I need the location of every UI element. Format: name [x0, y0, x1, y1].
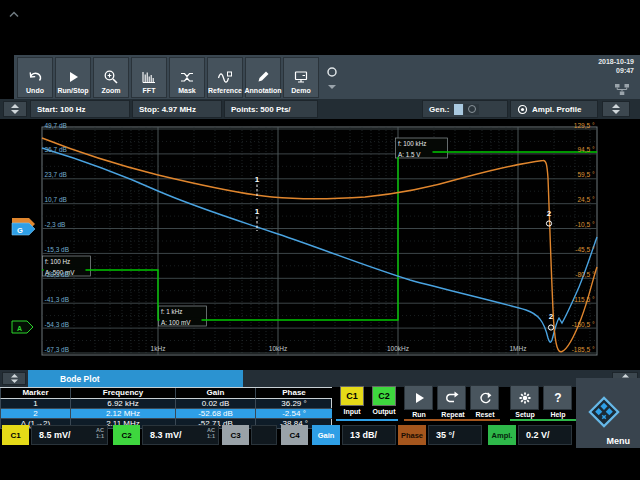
gain-tick-8: -54,3 dB: [45, 321, 70, 328]
freq-tick-1mhz: 1MHz: [510, 345, 527, 352]
freq-tick-100khz: 100kHz: [387, 345, 409, 352]
phase-tick-1: 94,5 °: [577, 146, 594, 153]
reset-button[interactable]: [470, 385, 499, 410]
generator-toggle[interactable]: [454, 104, 479, 115]
menu-button[interactable]: Menu: [584, 392, 630, 448]
phase-scale-badge[interactable]: Phase: [398, 425, 426, 445]
marker-row-1-freq[interactable]: 6.92 kHz: [70, 399, 175, 409]
col-header-marker: Marker: [0, 388, 70, 399]
help-button[interactable]: ?: [543, 385, 572, 410]
phase-tick-2: 59,5 °: [577, 171, 594, 178]
gain-tick-4: -2,3 dB: [45, 221, 66, 228]
points-value: Points: 500 Pts/: [231, 105, 291, 114]
demo-monitor-icon: [293, 69, 309, 85]
gain-axis-handle[interactable]: G: [12, 218, 35, 235]
gain-tick-1: 36,7 dB: [45, 146, 67, 153]
marker-row-2-freq[interactable]: 2.12 MHz: [70, 409, 175, 419]
gain-tick-9: -67,3 dB: [45, 346, 70, 353]
zoom-button[interactable]: Zoom: [93, 57, 129, 98]
phase-tick-6: -80,5 °: [575, 271, 595, 278]
ampl-profile-handle[interactable]: A: [12, 321, 33, 333]
marker-table: Marker Frequency Gain Phase 1 6.92 kHz 0…: [0, 387, 332, 429]
annotation-ampl-2: A: 100 mV: [161, 319, 191, 326]
ampl-scale-box[interactable]: 0.2 V/: [518, 425, 572, 445]
settings-scroll-left[interactable]: [3, 101, 27, 117]
ampl-scale-badge[interactable]: Ampl.: [488, 425, 516, 445]
tabbar-scroll-left[interactable]: [2, 372, 26, 385]
pencil-icon: [255, 69, 271, 85]
toolbar-overflow-button[interactable]: [326, 66, 338, 78]
input-channel-label: C1: [346, 391, 358, 401]
output-channel-label: C2: [378, 391, 390, 401]
channel-c1-badge[interactable]: C1: [2, 425, 29, 445]
gain-tick-7: -41,3 dB: [45, 296, 70, 303]
output-channel-button[interactable]: C2: [372, 386, 396, 406]
fft-label: FFT: [143, 87, 156, 95]
ampl-profile-button[interactable]: Ampl. Profile: [510, 100, 598, 118]
tab-bode-plot[interactable]: Bode Plot: [28, 370, 243, 387]
gain-tick-6: -28,3 dB: [45, 271, 70, 278]
run-icon: [411, 390, 427, 406]
ampl-scale-value: 0.2 V/: [526, 430, 550, 440]
run-stop-label: Run/Stop: [57, 87, 88, 95]
run-button[interactable]: [404, 385, 433, 410]
top-drawer-chevron-icon[interactable]: [8, 11, 20, 18]
gain-tick-2: 23,7 dB: [45, 171, 67, 178]
input-label: Input: [334, 408, 370, 415]
run-stop-button[interactable]: Run/Stop: [55, 57, 91, 98]
channel-c4-badge[interactable]: C4: [281, 425, 308, 445]
c1-coupling: AC1:1: [96, 427, 104, 439]
demo-button[interactable]: Demo: [283, 57, 319, 98]
generator-toggle-field[interactable]: Gen.:: [422, 100, 508, 118]
channel-c1-scale-box[interactable]: 8.5 mV/ AC1:1: [31, 425, 108, 445]
profile-icon: [517, 104, 528, 115]
marker-row-1-phase[interactable]: 36.29 °: [255, 399, 332, 409]
gain-scale-badge[interactable]: Gain: [312, 425, 340, 445]
toolbar: Undo Run/Stop Zoom FFT Mask Reference An…: [17, 57, 319, 98]
demo-label: Demo: [291, 87, 310, 95]
bode-plot-canvas[interactable]: f: 100 Hz A: 500 mV f: 1 kHz A: 100 mV f…: [0, 120, 640, 370]
marker-row-2-phase[interactable]: -2.54 °: [255, 409, 332, 419]
channel-c3-badge[interactable]: C3: [222, 425, 249, 445]
phase-scale-box[interactable]: 35 °/: [428, 425, 482, 445]
mask-button[interactable]: Mask: [169, 57, 205, 98]
undo-button[interactable]: Undo: [17, 57, 53, 98]
repeat-icon: [443, 390, 460, 406]
annotation-label: Annotation: [245, 87, 282, 95]
annotation-freq-2: f: 1 kHz: [161, 308, 182, 315]
reference-button[interactable]: Reference: [207, 57, 243, 98]
reference-label: Reference: [208, 87, 242, 95]
settings-scroll-right[interactable]: [602, 101, 630, 117]
svg-text:2: 2: [547, 209, 552, 218]
toolbar-overflow-caret-icon[interactable]: [327, 84, 337, 90]
run-group-underline: [404, 419, 500, 421]
io-group-underline: [336, 419, 398, 421]
mask-label: Mask: [178, 87, 196, 95]
annotation-button[interactable]: Annotation: [245, 57, 281, 98]
zoom-label: Zoom: [101, 87, 120, 95]
phase-tick-4: -10,5 °: [575, 221, 595, 228]
play-icon: [65, 69, 81, 85]
points-field[interactable]: Points: 500 Pts/: [224, 100, 318, 118]
output-label: Output: [366, 408, 402, 415]
date-label: 2018-10-19: [598, 58, 634, 67]
marker-row-1-id[interactable]: 1: [0, 399, 70, 409]
input-channel-button[interactable]: C1: [340, 386, 364, 406]
channel-c2-badge[interactable]: C2: [113, 425, 140, 445]
repeat-button[interactable]: [437, 385, 466, 410]
start-frequency-value: Start: 100 Hz: [37, 105, 85, 114]
gain-scale-box[interactable]: 13 dB/: [342, 425, 396, 445]
undo-label: Undo: [26, 87, 44, 95]
marker-row-2-gain[interactable]: -52.68 dB: [175, 409, 255, 419]
stop-frequency-field[interactable]: Stop: 4.97 MHz: [132, 100, 222, 118]
setup-button[interactable]: [510, 385, 539, 410]
marker-row-1-gain[interactable]: 0.02 dB: [175, 399, 255, 409]
c2-coupling: AC1:1: [207, 427, 215, 439]
marker-row-2-id[interactable]: 2: [0, 409, 70, 419]
channel-c2-scale-box[interactable]: 8.3 mV/ AC1:1: [142, 425, 219, 445]
start-frequency-field[interactable]: Start: 100 Hz: [30, 100, 130, 118]
svg-text:A: A: [17, 325, 22, 332]
fft-button[interactable]: FFT: [131, 57, 167, 98]
gear-icon: [517, 390, 533, 406]
channel-c3-scale-box[interactable]: [251, 425, 277, 445]
